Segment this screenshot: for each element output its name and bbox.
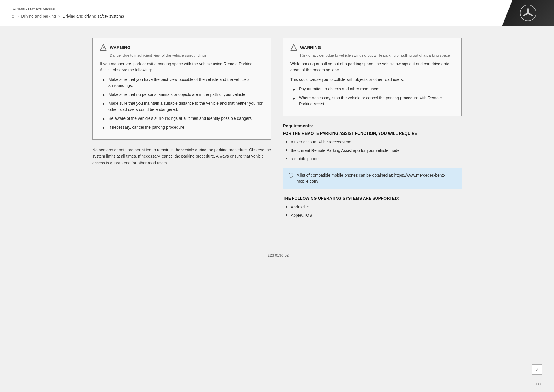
list-item: the current Remote Parking Assist app fo… <box>286 148 462 154</box>
list-item: ▶ Where necessary, stop the vehicle or c… <box>293 95 454 107</box>
left-warning-body: If you manoeuvre, park or exit a parking… <box>100 61 264 73</box>
requirements-heading: FOR THE REMOTE PARKING ASSIST FUNCTION, … <box>283 131 462 136</box>
breadcrumb-section[interactable]: Driving and parking <box>21 14 56 18</box>
info-icon: ⓘ <box>289 173 293 179</box>
list-item: ▶ If necessary, cancel the parking proce… <box>103 124 264 130</box>
logo-block <box>502 0 554 26</box>
right-warning-header: ! WARNING <box>290 44 454 51</box>
arrow-marker: ▶ <box>293 96 295 100</box>
info-box: ⓘ A list of compatible mobile phones can… <box>283 168 462 189</box>
right-warning-body2: This could cause you to collide with obj… <box>290 76 454 83</box>
bullet-dot <box>286 141 287 143</box>
list-item: Apple® iOS <box>286 212 462 219</box>
bullet-dot <box>286 149 287 151</box>
breadcrumb: ⌂ > Driving and parking > Driving and dr… <box>12 14 491 19</box>
header: S-Class - Owner's Manual ⌂ > Driving and… <box>0 0 554 26</box>
left-body-text: No persons or pets are permitted to rema… <box>92 147 271 166</box>
bullet-dot <box>286 214 287 216</box>
os-heading: THE FOLLOWING OPERATING SYSTEMS ARE SUPP… <box>283 196 462 201</box>
header-content: S-Class - Owner's Manual ⌂ > Driving and… <box>0 0 502 26</box>
left-warning-list: ▶ Make sure that you have the best view … <box>100 76 264 130</box>
left-warning-title: WARNING <box>110 45 131 50</box>
left-column: ! WARNING Danger due to insufficient vie… <box>92 38 271 224</box>
svg-text:!: ! <box>103 46 104 50</box>
arrow-marker: ▶ <box>103 102 105 106</box>
svg-text:!: ! <box>293 46 295 50</box>
list-item: a user account with Mercedes me <box>286 139 462 145</box>
arrow-marker: ▶ <box>103 126 105 130</box>
list-item-text: Make sure that no persons, animals or ob… <box>108 92 246 98</box>
list-item-text: Android™ <box>291 204 309 210</box>
right-warning-box: ! WARNING Risk of accident due to vehicl… <box>283 38 462 116</box>
list-item-text: the current Remote Parking Assist app fo… <box>291 148 400 154</box>
list-item-text: Be aware of the vehicle's surroundings a… <box>108 115 253 122</box>
right-warning-subtitle: Risk of accident due to vehicle swinging… <box>290 53 454 57</box>
breadcrumb-sep-2: > <box>58 14 61 18</box>
list-item: a mobile phone <box>286 156 462 162</box>
left-warning-box: ! WARNING Danger due to insufficient vie… <box>92 38 271 140</box>
scroll-up-button[interactable]: ∧ <box>532 364 542 375</box>
arrow-marker: ▶ <box>103 117 105 121</box>
list-item-text: Where necessary, stop the vehicle or can… <box>299 95 454 107</box>
os-list: Android™ Apple® iOS <box>283 204 462 219</box>
list-item: ▶ Be aware of the vehicle's surroundings… <box>103 115 264 122</box>
list-item-text: Pay attention to objects and other road … <box>299 86 381 92</box>
list-item: ▶ Pay attention to objects and other roa… <box>293 86 454 92</box>
svg-point-4 <box>527 12 529 14</box>
left-warning-icon: ! <box>100 44 107 51</box>
mercedes-logo <box>519 4 537 22</box>
arrow-marker: ▶ <box>103 78 105 82</box>
bullet-dot <box>286 206 287 208</box>
right-warning-list: ▶ Pay attention to objects and other roa… <box>290 86 454 107</box>
right-warning-icon: ! <box>290 44 297 51</box>
list-item-text: a user account with Mercedes me <box>291 139 351 145</box>
left-warning-header: ! WARNING <box>100 44 264 51</box>
list-item-text: If necessary, cancel the parking procedu… <box>108 124 186 130</box>
manual-title: S-Class - Owner's Manual <box>12 7 491 11</box>
left-warning-subtitle: Danger due to insufficient view of the v… <box>100 53 264 57</box>
list-item-text: Make sure that you have the best view po… <box>108 76 264 89</box>
list-item: ▶ Make sure that you have the best view … <box>103 76 264 89</box>
right-warning-body1: While parking or pulling out of a parkin… <box>290 61 454 73</box>
right-column: ! WARNING Risk of accident due to vehicl… <box>283 38 462 224</box>
list-item: ▶ Make sure that you maintain a suitable… <box>103 100 264 113</box>
arrow-marker: ▶ <box>293 87 295 92</box>
page-number: 366 <box>536 382 542 386</box>
list-item-text: Make sure that you maintain a suitable d… <box>108 100 264 113</box>
requirements-label: Requirements: <box>283 123 462 128</box>
list-item: Android™ <box>286 204 462 210</box>
list-item: ▶ Make sure that no persons, animals or … <box>103 92 264 98</box>
breadcrumb-sep-1: > <box>17 14 19 18</box>
requirements-list: a user account with Mercedes me the curr… <box>283 139 462 162</box>
footer: F223 0136 02 <box>0 247 554 263</box>
bullet-dot <box>286 158 287 159</box>
info-text: A list of compatible mobile phones can b… <box>297 172 456 184</box>
home-icon[interactable]: ⌂ <box>12 14 14 19</box>
footer-code: F223 0136 02 <box>265 253 289 257</box>
breadcrumb-current: Driving and driving safety systems <box>63 14 124 18</box>
main-content: ! WARNING Danger due to insufficient vie… <box>75 26 479 236</box>
list-item-text: a mobile phone <box>291 156 319 162</box>
arrow-marker: ▶ <box>103 93 105 97</box>
list-item-text: Apple® iOS <box>291 212 312 219</box>
right-warning-title: WARNING <box>300 45 321 50</box>
